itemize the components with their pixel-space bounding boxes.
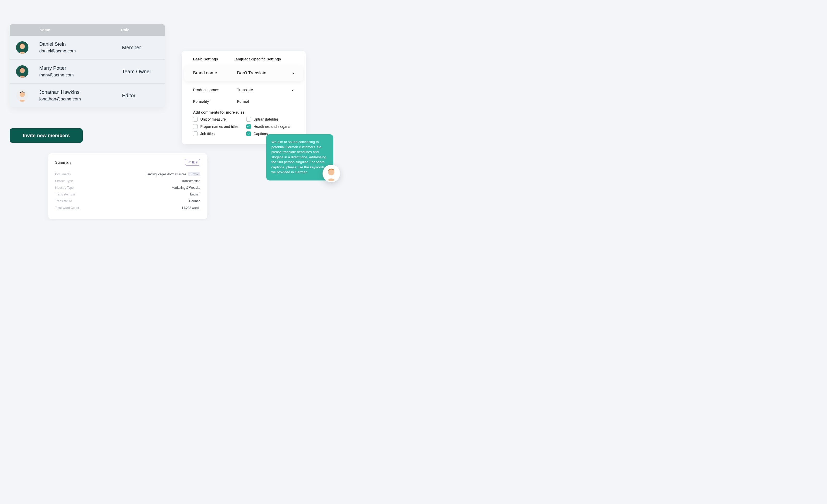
settings-tabs: Basic Settings Language-Specific Setting… [182,57,306,65]
column-header-name: Name [10,27,121,32]
team-row[interactable]: Marry Potter mary@acme.com Team Owner [10,60,165,83]
setting-label: Product names [193,88,237,92]
summary-value: Marketing & Website [172,186,201,189]
summary-value: 14,238 words [182,206,200,210]
setting-label: Brand name [193,70,237,76]
checkbox[interactable] [193,131,198,136]
member-email: jonathan@acme.com [39,97,122,102]
comments-section-title: Add comments for more rules [182,107,306,117]
summary-label: Documents [55,172,71,176]
member-role: Editor [122,93,165,99]
column-header-role: Role [121,27,165,32]
summary-row: Industry Type Marketing & Website [55,184,200,191]
setting-row[interactable]: Brand name Don't Translate [184,65,303,81]
edit-button-label: Edit [192,161,197,164]
checkbox-label: Captions [253,132,268,136]
checkbox[interactable] [246,117,251,122]
settings-card: Basic Settings Language-Specific Setting… [182,51,306,144]
member-role: Team Owner [122,69,165,75]
team-table-header: Name Role [10,24,165,36]
summary-value: Landing Pages.docx +3 more +5 more [146,172,200,176]
edit-button[interactable]: Edit [185,159,200,166]
summary-label: Translate To [55,199,72,203]
tab-language-specific-settings[interactable]: Language-Specific Settings [233,57,281,61]
checkbox-option[interactable]: Headlines and slogans [246,124,294,129]
member-name: Marry Potter [39,65,122,71]
team-card: Name Role Daniel Stein daniel@acme.com M… [10,24,165,107]
chevron-down-icon [291,88,294,92]
member-name: Daniel Stein [39,41,122,47]
chevron-down-icon [291,71,294,75]
summary-row: Translate To German [55,198,200,205]
member-email: daniel@acme.com [39,49,122,54]
checkbox-option[interactable]: Proper names and titles [193,124,241,129]
summary-label: Translate from [55,192,75,196]
member-info: Jonathan Hawkins jonathan@acme.com [39,89,122,102]
pencil-icon [188,161,191,164]
tab-basic-settings[interactable]: Basic Settings [193,57,218,61]
checkbox[interactable] [193,124,198,129]
summary-card: Summary Edit Documents Landing Pages.doc… [48,153,207,219]
checkbox-label: Unit of measure [200,117,226,121]
more-pill[interactable]: +5 more [188,172,200,176]
checkbox-label: Untranslatebles [253,117,279,121]
checkbox-option[interactable]: Job titles [193,131,241,136]
setting-label: Formality [193,99,237,104]
summary-row: Translate from English [55,191,200,198]
setting-row[interactable]: Formality Formal [182,96,306,107]
avatar [16,41,29,54]
team-row[interactable]: Daniel Stein daniel@acme.com Member [10,36,165,60]
summary-label: Service Type [55,179,73,183]
setting-value: Don't Translate [237,70,294,76]
checkbox[interactable] [193,117,198,122]
checkbox[interactable] [246,124,251,129]
setting-value: Formal [237,99,294,104]
member-email: mary@acme.com [39,72,122,78]
summary-row: Documents Landing Pages.docx +3 more +5 … [55,171,200,178]
summary-title: Summary [55,160,71,164]
checkbox-label: Job titles [200,132,214,136]
setting-row[interactable]: Product names Translate [182,84,306,96]
setting-value: Translate [237,88,294,92]
summary-value: German [189,199,200,203]
checkbox-label: Headlines and slogans [253,124,290,128]
summary-value: English [190,192,200,196]
summary-row: Service Type Transcreation [55,178,200,184]
comment-avatar [323,165,340,182]
checkbox-label: Proper names and titles [200,124,239,128]
checkbox[interactable] [246,131,251,136]
checkbox-grid: Unit of measure Untranslatebles Proper n… [182,117,306,136]
summary-label: Total Word Count [55,206,79,210]
avatar [16,65,29,78]
member-name: Jonathan Hawkins [39,89,122,95]
summary-row: Total Word Count 14,238 words [55,205,200,211]
member-info: Daniel Stein daniel@acme.com [39,41,122,54]
setting-value-text: Don't Translate [237,70,266,76]
summary-value: Transcreation [182,179,200,183]
invite-new-members-button[interactable]: Invite new members [10,128,83,143]
checkbox-option[interactable]: Unit of measure [193,117,241,122]
member-role: Member [122,45,165,51]
avatar [16,89,29,102]
setting-value-text: Formal [237,99,249,104]
setting-value-text: Translate [237,88,253,92]
team-row[interactable]: Jonathan Hawkins jonathan@acme.com Edito… [10,83,165,107]
summary-label: Industry Type [55,186,74,189]
checkbox-option[interactable]: Untranslatebles [246,117,294,122]
member-info: Marry Potter mary@acme.com [39,65,122,78]
